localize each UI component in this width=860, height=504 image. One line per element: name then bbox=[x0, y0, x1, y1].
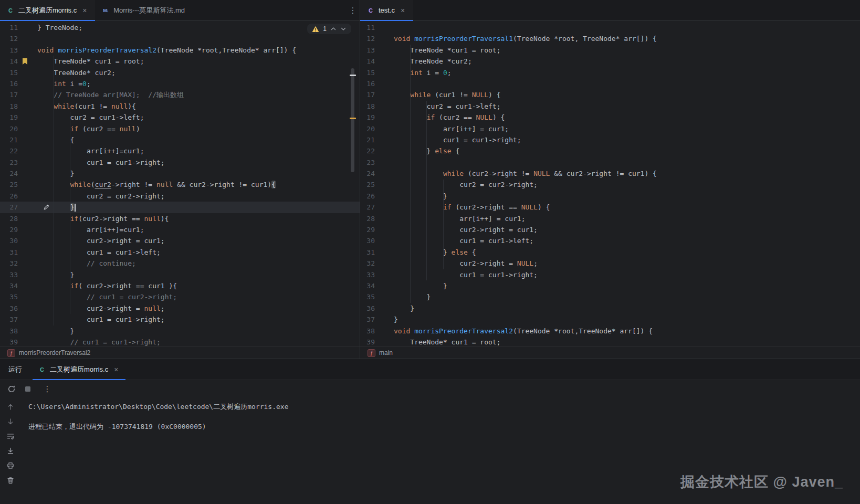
code-line-34[interactable]: 34 } bbox=[360, 280, 860, 291]
gutter bbox=[19, 22, 34, 33]
code-line-27[interactable]: 27 if (cur2->right == NULL) { bbox=[360, 202, 860, 213]
scroll-to-end-icon[interactable] bbox=[6, 447, 15, 455]
console-output[interactable]: C:\Users\Administrator\Desktop\Code\leet… bbox=[21, 397, 860, 504]
code-line-26[interactable]: 26 } bbox=[360, 191, 860, 202]
gutter bbox=[376, 247, 394, 258]
c-file-icon bbox=[6, 6, 15, 15]
code-line-11[interactable]: 11} TreeNode; bbox=[0, 22, 360, 33]
right-editor[interactable]: 1112void morrisPreorderTraversal1(TreeNo… bbox=[360, 21, 860, 346]
code-text: TreeNode* cur1 = root; bbox=[394, 337, 501, 346]
arrow-down-icon[interactable] bbox=[6, 417, 15, 426]
stop-icon[interactable] bbox=[23, 384, 33, 394]
gutter bbox=[376, 89, 394, 100]
left-editor[interactable]: 11} TreeNode;1213void morrisPreorderTrav… bbox=[0, 21, 360, 346]
code-line-35[interactable]: 35 } bbox=[360, 291, 860, 302]
code-line-38[interactable]: 38 } bbox=[0, 326, 360, 337]
rerun-icon[interactable] bbox=[7, 384, 16, 394]
line-number: 23 bbox=[0, 157, 19, 168]
line-number: 34 bbox=[0, 280, 19, 291]
gutter bbox=[376, 224, 394, 235]
code-line-15[interactable]: 15 int i = 0; bbox=[360, 67, 860, 78]
gutter bbox=[376, 101, 394, 112]
stripe-mark-bookmark[interactable] bbox=[350, 118, 356, 119]
code-line-29[interactable]: 29 cur2->right = cur1; bbox=[360, 224, 860, 235]
gutter bbox=[376, 134, 394, 145]
editor-area: 二叉树遍历morris.c Morris---莫里斯算法.md 11} Tree… bbox=[0, 0, 860, 359]
code-line-28[interactable]: 28 arr[i++] = cur1; bbox=[360, 213, 860, 224]
code-text bbox=[34, 33, 37, 44]
code-line-37[interactable]: 37} bbox=[360, 314, 860, 325]
code-text: void morrisPreorderTraversal1(TreeNode *… bbox=[394, 33, 657, 44]
line-number: 39 bbox=[360, 337, 376, 346]
line-number: 17 bbox=[0, 89, 19, 100]
code-line-22[interactable]: 22 } else { bbox=[360, 145, 860, 156]
code-line-16[interactable]: 16 bbox=[360, 78, 860, 89]
line-number: 13 bbox=[0, 45, 19, 56]
chevron-down-icon[interactable] bbox=[340, 26, 347, 32]
code-line-30[interactable]: 30 cur1 = cur1->left; bbox=[360, 235, 860, 246]
code-line-17[interactable]: 17 while (cur1 != NULL) { bbox=[360, 89, 860, 100]
gutter bbox=[376, 213, 394, 224]
code-line-13[interactable]: 13 TreeNode *cur1 = root; bbox=[360, 45, 860, 56]
run-panel-header: 运行 二叉树遍历morris.c bbox=[0, 359, 860, 380]
left-editor-tabbar: 二叉树遍历morris.c Morris---莫里斯算法.md bbox=[0, 0, 360, 21]
code-line-20[interactable]: 20 arr[i++] = cur1; bbox=[360, 123, 860, 134]
line-number: 36 bbox=[0, 303, 19, 314]
code-text: arr[i++] = cur1; bbox=[394, 123, 509, 134]
close-icon[interactable] bbox=[80, 6, 89, 15]
code-line-23[interactable]: 23 bbox=[360, 157, 860, 168]
inspections-widget[interactable]: 1 bbox=[307, 24, 351, 34]
more-options-icon[interactable] bbox=[40, 384, 54, 394]
code-line-36[interactable]: 36 } bbox=[360, 303, 860, 314]
code-line-39[interactable]: 39 // cur1 = cur1->right; bbox=[0, 337, 360, 346]
code-line-39[interactable]: 39 TreeNode* cur1 = root; bbox=[360, 337, 860, 346]
bookmark-icon[interactable] bbox=[22, 58, 28, 65]
code-line-19[interactable]: 19 if (cur2 == NULL) { bbox=[360, 112, 860, 123]
code-line-14[interactable]: 14 TreeNode *cur2; bbox=[360, 56, 860, 67]
code-line-11[interactable]: 11 bbox=[360, 22, 860, 33]
code-line-25[interactable]: 25 cur2 = cur2->right; bbox=[360, 179, 860, 190]
code-line-18[interactable]: 18 cur2 = cur1->left; bbox=[360, 101, 860, 112]
chevron-up-icon[interactable] bbox=[330, 26, 337, 32]
tab-test-c[interactable]: test.c bbox=[360, 0, 413, 20]
code-line-21[interactable]: 21 cur1 = cur1->right; bbox=[360, 134, 860, 145]
run-tab-morris-c[interactable]: 二叉树遍历morris.c bbox=[33, 359, 125, 380]
print-icon[interactable] bbox=[6, 461, 15, 470]
gutter bbox=[19, 191, 34, 202]
line-number: 12 bbox=[360, 33, 376, 44]
line-number: 22 bbox=[360, 145, 376, 156]
gutter bbox=[376, 145, 394, 156]
gutter bbox=[19, 145, 34, 156]
right-breadcrumb[interactable]: main bbox=[360, 346, 860, 359]
code-line-24[interactable]: 24 while (cur2->right != NULL && cur2->r… bbox=[360, 168, 860, 179]
code-line-38[interactable]: 38void morrisPreorderTraversal2(TreeNode… bbox=[360, 326, 860, 337]
more-options-icon[interactable] bbox=[346, 0, 360, 20]
tab-morris-c[interactable]: 二叉树遍历morris.c bbox=[0, 0, 95, 20]
line-number: 32 bbox=[0, 258, 19, 269]
close-icon[interactable] bbox=[112, 365, 120, 374]
gutter bbox=[376, 314, 394, 325]
gutter bbox=[19, 56, 34, 67]
code-line-31[interactable]: 31 } else { bbox=[360, 247, 860, 258]
close-icon[interactable] bbox=[398, 6, 407, 15]
function-icon bbox=[7, 349, 15, 357]
gutter bbox=[376, 303, 394, 314]
code-line-13[interactable]: 13void morrisPreorderTraversal2(TreeNode… bbox=[0, 45, 360, 56]
clear-all-icon[interactable] bbox=[6, 476, 15, 485]
gutter bbox=[19, 337, 34, 346]
tab-morris-md[interactable]: Morris---莫里斯算法.md bbox=[95, 0, 191, 20]
scrollbar-thumb[interactable] bbox=[351, 68, 354, 172]
stripe-mark-caret[interactable] bbox=[350, 75, 356, 76]
line-number: 34 bbox=[360, 280, 376, 291]
arrow-up-icon[interactable] bbox=[6, 403, 15, 411]
line-number: 38 bbox=[0, 326, 19, 337]
code-line-32[interactable]: 32 cur2->right = NULL; bbox=[360, 258, 860, 269]
soft-wrap-icon[interactable] bbox=[6, 432, 15, 440]
left-breadcrumb[interactable]: morrisPreorderTraversal2 bbox=[0, 346, 360, 359]
gutter bbox=[376, 45, 394, 56]
line-number: 16 bbox=[360, 78, 376, 89]
code-line-33[interactable]: 33 cur1 = cur1->right; bbox=[360, 269, 860, 280]
breadcrumb-label: main bbox=[379, 349, 393, 356]
code-line-12[interactable]: 12 bbox=[0, 33, 360, 44]
code-line-12[interactable]: 12void morrisPreorderTraversal1(TreeNode… bbox=[360, 33, 860, 44]
